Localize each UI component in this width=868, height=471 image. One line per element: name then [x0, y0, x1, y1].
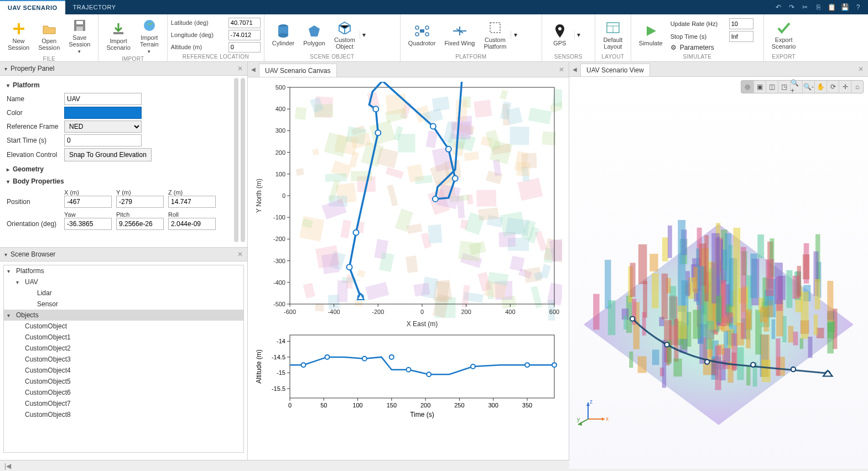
canvas-tab[interactable]: UAV Scenario Canvas: [259, 64, 337, 77]
parameters-button[interactable]: ⚙Parameters: [671, 44, 753, 51]
redo-icon[interactable]: ↷: [787, 3, 796, 12]
collapse-icon[interactable]: ▾: [4, 252, 7, 258]
rotate-icon[interactable]: ⟳: [827, 81, 839, 93]
tab-prev-icon[interactable]: ◀: [251, 66, 256, 72]
copy-icon[interactable]: ⎘: [814, 3, 823, 12]
scenario-3d-view[interactable]: ◎ ▣ ◫ ◳ 🔍+ 🔍- ✋ ⟳ ✛ ⌂ x y z: [569, 77, 868, 469]
pan-icon[interactable]: ✋: [814, 81, 827, 93]
latitude-input[interactable]: [228, 18, 261, 28]
export-scenario-button[interactable]: Export Scenario: [767, 19, 800, 51]
start-time-input[interactable]: [64, 134, 142, 146]
svg-rect-27: [406, 255, 418, 273]
stop-time-input[interactable]: [729, 31, 753, 42]
quadrotor-button[interactable]: Quadrotor: [404, 22, 440, 48]
tab-uav-scenario[interactable]: UAV SCENARIO: [0, 0, 65, 14]
platform-section[interactable]: Platform: [13, 81, 40, 89]
custom-object-button[interactable]: Custom Object: [330, 19, 360, 51]
close-icon[interactable]: ✕: [858, 65, 864, 73]
simulate-button[interactable]: Simulate: [635, 22, 667, 48]
tree-object-item[interactable]: CustomObject3: [4, 354, 243, 365]
refframe-select[interactable]: NED: [64, 121, 142, 133]
scrollbar[interactable]: [234, 78, 245, 242]
crosshair-icon[interactable]: ✛: [839, 81, 851, 93]
undo-icon[interactable]: ↶: [774, 3, 783, 12]
tree-objects[interactable]: ▾Objects: [4, 310, 243, 321]
position-x-input[interactable]: [64, 196, 112, 208]
new-session-button[interactable]: New Session: [3, 20, 34, 52]
pitch-input[interactable]: [116, 218, 164, 230]
svg-text:350: 350: [522, 402, 532, 409]
gps-button[interactable]: GPS: [545, 22, 574, 48]
svg-text:-300: -300: [273, 258, 285, 264]
altitude-chart[interactable]: 050100150200250300350-15.5-15-14.5-14Tim…: [252, 331, 562, 419]
tree-object-item[interactable]: CustomObject1: [4, 332, 243, 343]
tab-trajectory[interactable]: TRAJECTORY: [65, 0, 124, 14]
svg-rect-420: [766, 259, 774, 296]
cube3-icon[interactable]: ◳: [778, 81, 790, 93]
open-session-button[interactable]: Open Session: [34, 20, 64, 52]
orbit-icon[interactable]: ◎: [741, 81, 753, 93]
help-icon[interactable]: ?: [854, 3, 862, 12]
svg-rect-153: [387, 185, 398, 207]
tree-sensor[interactable]: Sensor: [4, 299, 243, 310]
scene-tree[interactable]: ▾Platforms ▾UAV Lidar Sensor ▾Objects Cu…: [3, 265, 244, 453]
close-icon[interactable]: ✕: [237, 250, 243, 258]
polygon-button[interactable]: Polygon: [299, 22, 330, 48]
longitude-input[interactable]: [228, 30, 261, 40]
save-session-button[interactable]: Save Session ▾: [64, 17, 95, 55]
status-collapse-icon[interactable]: |◀: [4, 462, 11, 470]
close-icon[interactable]: ✕: [237, 65, 243, 72]
zoom-out-icon[interactable]: 🔍-: [802, 81, 814, 93]
cylinder-button[interactable]: Cylinder: [268, 22, 299, 48]
zoom-in-icon[interactable]: 🔍+: [790, 81, 802, 93]
update-rate-input[interactable]: [729, 18, 753, 29]
svg-rect-130: [542, 132, 557, 145]
cube2-icon[interactable]: ◫: [766, 81, 778, 93]
tree-lidar[interactable]: Lidar: [4, 287, 243, 299]
snap-elevation-button[interactable]: Snap To Ground Elevation: [64, 148, 152, 161]
body-properties-section[interactable]: Body Properties: [13, 177, 64, 185]
svg-rect-400: [608, 300, 615, 335]
close-icon[interactable]: ✕: [559, 66, 564, 74]
home-icon[interactable]: ⌂: [851, 81, 863, 93]
cube-icon[interactable]: ▣: [753, 81, 766, 93]
tree-object-item[interactable]: CustomObject4: [4, 365, 243, 376]
svg-rect-1: [13, 28, 24, 30]
svg-point-205: [375, 130, 381, 135]
import-terrain-button[interactable]: Import Terrain ▾: [135, 17, 164, 55]
sensors-dropdown[interactable]: ▾: [574, 31, 583, 39]
tab-prev-icon[interactable]: ◀: [573, 66, 577, 72]
custom-platform-button[interactable]: Custom Platform: [479, 19, 511, 51]
tree-object-item[interactable]: CustomObject7: [4, 398, 243, 409]
svg-rect-93: [354, 300, 362, 307]
tree-object-item[interactable]: CustomObject8: [4, 409, 243, 420]
position-z-input[interactable]: [168, 196, 216, 208]
tree-object-item[interactable]: CustomObject2: [4, 343, 243, 354]
view-tab[interactable]: UAV Scenario View: [580, 64, 650, 76]
custom-object-label: Custom Object: [334, 36, 355, 50]
tree-object-item[interactable]: CustomObject: [4, 321, 243, 332]
cut-icon[interactable]: ✂: [801, 3, 809, 12]
fixed-wing-button[interactable]: Fixed Wing: [440, 22, 479, 48]
tree-platforms[interactable]: ▾Platforms: [4, 265, 243, 276]
altitude-input[interactable]: [228, 42, 261, 53]
scene-object-dropdown[interactable]: ▾: [360, 31, 368, 39]
default-layout-button[interactable]: Default Layout: [599, 19, 627, 51]
yaw-label: Yaw: [64, 211, 112, 218]
color-swatch[interactable]: [64, 107, 142, 119]
geometry-section[interactable]: Geometry: [13, 165, 44, 173]
save-icon[interactable]: 💾: [840, 3, 849, 12]
trajectory-chart[interactable]: -600-400-2000200400600-500-400-300-200-1…: [252, 82, 562, 331]
platform-dropdown[interactable]: ▾: [511, 31, 519, 39]
tree-object-item[interactable]: CustomObject6: [4, 387, 243, 398]
collapse-icon[interactable]: ▾: [4, 66, 7, 72]
tree-uav[interactable]: ▾UAV: [4, 276, 243, 287]
roll-input[interactable]: [168, 218, 216, 230]
tree-object-item[interactable]: CustomObject5: [4, 376, 243, 387]
y-label: Y (m): [116, 189, 164, 196]
paste-icon[interactable]: 📋: [827, 3, 836, 12]
position-y-input[interactable]: [116, 196, 164, 208]
import-scenario-button[interactable]: Import Scenario: [102, 20, 134, 52]
yaw-input[interactable]: [64, 218, 112, 230]
name-input[interactable]: [64, 93, 142, 105]
